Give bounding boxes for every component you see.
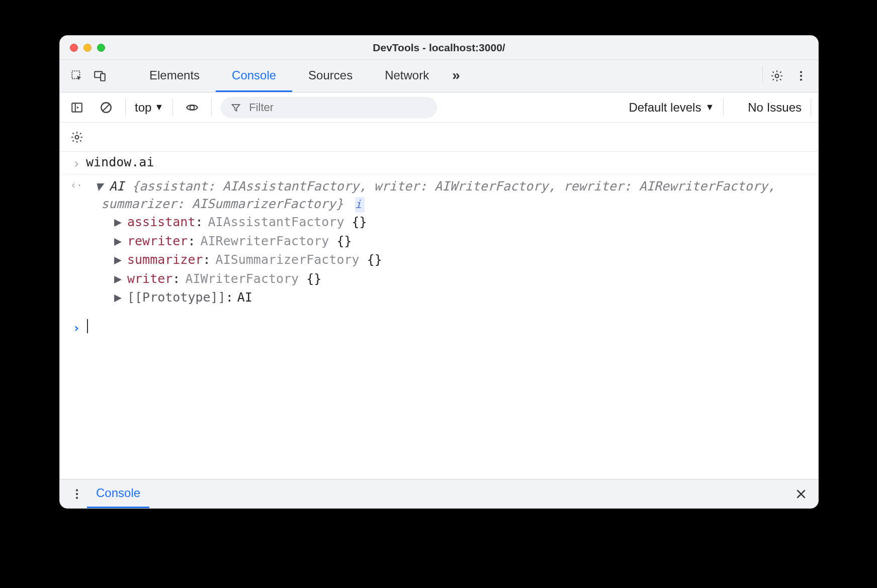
log-levels-selector[interactable]: Default levels ▼ bbox=[629, 101, 714, 115]
expand-triangle-icon[interactable]: ▶ bbox=[114, 213, 127, 232]
property-value: AIRewriterFactory bbox=[200, 232, 329, 251]
device-toolbar-icon[interactable] bbox=[90, 66, 110, 86]
svg-point-12 bbox=[76, 493, 78, 495]
more-tabs-button[interactable]: » bbox=[445, 60, 467, 92]
drawer-tab-console[interactable]: Console bbox=[87, 479, 149, 508]
filter-box[interactable] bbox=[221, 97, 437, 118]
svg-point-4 bbox=[800, 71, 802, 73]
window-title: DevTools - localhost:3000/ bbox=[60, 42, 818, 54]
inspect-element-icon[interactable] bbox=[67, 66, 87, 86]
expand-triangle-icon[interactable]: ▶ bbox=[114, 269, 127, 288]
divider bbox=[811, 99, 811, 116]
svg-point-6 bbox=[800, 78, 802, 80]
live-expression-icon[interactable] bbox=[182, 97, 202, 118]
tab-console[interactable]: Console bbox=[216, 60, 292, 92]
info-badge[interactable]: i bbox=[355, 197, 365, 213]
svg-point-3 bbox=[775, 74, 779, 78]
console-input-text: window.ai bbox=[86, 155, 811, 169]
console-prompt-row[interactable]: › bbox=[60, 307, 818, 339]
drawer-bar: Console bbox=[60, 479, 818, 508]
property-key: summarizer bbox=[127, 250, 203, 269]
property-key: [[Prototype]] bbox=[127, 288, 226, 307]
maximize-window-button[interactable] bbox=[97, 44, 105, 52]
property-value: AISummarizerFactory bbox=[216, 250, 360, 269]
context-selector[interactable]: top ▼ bbox=[135, 101, 163, 115]
property-key: assistant bbox=[127, 213, 195, 232]
console-input-row[interactable]: › window.ai bbox=[60, 152, 818, 174]
tab-elements[interactable]: Elements bbox=[133, 60, 216, 92]
drawer-more-icon[interactable] bbox=[67, 484, 87, 504]
console-settings-row bbox=[60, 123, 818, 152]
tab-label: Elements bbox=[149, 68, 200, 82]
console-result-row[interactable]: ‹· ▼AI {assistant: AIAssistantFactory, w… bbox=[60, 174, 818, 307]
property-row[interactable]: ▶ rewriter: AIRewriterFactory {} bbox=[114, 232, 811, 251]
svg-point-9 bbox=[190, 105, 195, 110]
issues-indicator[interactable]: No Issues bbox=[748, 101, 802, 115]
property-key: rewriter bbox=[127, 232, 188, 251]
panel-tabs: Elements Console Sources Network » bbox=[133, 60, 467, 92]
tab-network[interactable]: Network bbox=[369, 60, 445, 92]
console-settings-icon[interactable] bbox=[67, 127, 87, 147]
divider bbox=[172, 99, 173, 116]
expand-triangle-icon[interactable]: ▶ bbox=[114, 232, 127, 251]
property-row[interactable]: ▶ writer: AIWriterFactory {} bbox=[114, 269, 811, 288]
levels-label: Default levels bbox=[629, 101, 701, 115]
filter-icon bbox=[231, 102, 241, 113]
close-window-button[interactable] bbox=[70, 44, 78, 52]
property-value: AIAssistantFactory bbox=[208, 213, 344, 232]
issues-label: No Issues bbox=[748, 101, 802, 114]
class-name: AI bbox=[109, 179, 124, 193]
tab-sources[interactable]: Sources bbox=[292, 60, 369, 92]
object-summary[interactable]: ▼AI {assistant: AIAssistantFactory, writ… bbox=[86, 177, 811, 213]
main-tab-bar: Elements Console Sources Network » bbox=[60, 60, 818, 92]
divider bbox=[762, 66, 763, 83]
toggle-sidebar-icon[interactable] bbox=[67, 97, 87, 118]
filter-input[interactable] bbox=[248, 101, 427, 115]
more-options-icon[interactable] bbox=[791, 66, 811, 86]
drawer-tab-label: Console bbox=[96, 486, 140, 500]
property-row[interactable]: ▶ summarizer: AISummarizerFactory {} bbox=[114, 250, 811, 269]
settings-icon[interactable] bbox=[767, 66, 787, 86]
prototype-row[interactable]: ▶ [[Prototype]]: AI bbox=[114, 288, 811, 307]
property-value: AI bbox=[237, 288, 252, 307]
object-properties: ▶ assistant: AIAssistantFactory {} ▶ rew… bbox=[86, 213, 811, 307]
divider bbox=[723, 99, 724, 116]
output-prompt-icon: ‹· bbox=[67, 177, 86, 191]
context-label: top bbox=[135, 101, 151, 115]
console-input[interactable] bbox=[86, 319, 811, 336]
tab-label: Sources bbox=[308, 68, 353, 82]
property-key: writer bbox=[127, 269, 172, 288]
property-row[interactable]: ▶ assistant: AIAssistantFactory {} bbox=[114, 213, 811, 232]
text-cursor bbox=[87, 319, 93, 333]
traffic-lights bbox=[70, 44, 105, 52]
property-value: AIWriterFactory bbox=[185, 269, 299, 288]
svg-rect-2 bbox=[101, 74, 105, 81]
console-output: › window.ai ‹· ▼AI {assistant: AIAssista… bbox=[60, 152, 818, 479]
input-prompt-icon: › bbox=[67, 319, 86, 335]
chevron-down-icon: ▼ bbox=[705, 102, 714, 113]
close-drawer-icon[interactable] bbox=[791, 484, 811, 504]
minimize-window-button[interactable] bbox=[83, 44, 92, 52]
divider bbox=[211, 99, 212, 116]
devtools-window: DevTools - localhost:3000/ Elements Cons… bbox=[59, 35, 819, 509]
svg-point-13 bbox=[76, 497, 78, 499]
tab-label: Network bbox=[385, 68, 429, 82]
divider bbox=[125, 99, 126, 116]
tab-label: Console bbox=[232, 68, 276, 82]
svg-point-10 bbox=[75, 135, 79, 139]
title-bar: DevTools - localhost:3000/ bbox=[60, 36, 818, 60]
svg-point-5 bbox=[800, 75, 802, 77]
svg-point-11 bbox=[76, 489, 78, 491]
console-toolbar: top ▼ Default levels ▼ No Issues bbox=[60, 92, 818, 123]
expand-triangle-icon[interactable]: ▼ bbox=[98, 177, 109, 195]
input-prompt-icon: › bbox=[67, 155, 86, 171]
expand-triangle-icon[interactable]: ▶ bbox=[114, 288, 127, 307]
expand-triangle-icon[interactable]: ▶ bbox=[114, 250, 127, 269]
clear-console-icon[interactable] bbox=[96, 97, 116, 118]
chevron-down-icon: ▼ bbox=[154, 102, 163, 113]
